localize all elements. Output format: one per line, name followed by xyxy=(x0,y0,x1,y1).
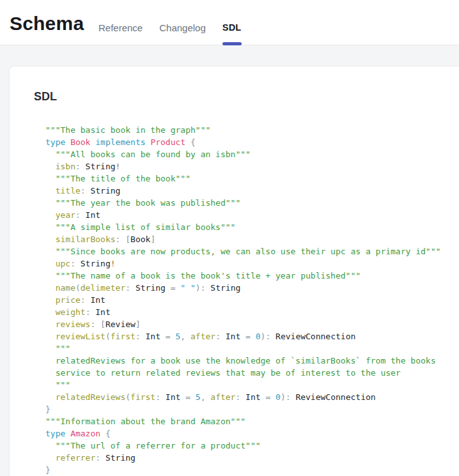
code-line: """ xyxy=(45,342,459,355)
code-line: service to return related reviews that m… xyxy=(45,367,459,379)
code-line: """All books can be found by an isbn""" xyxy=(45,148,459,160)
code-line: upc: String! xyxy=(45,257,459,270)
sdl-card: SDL """The basic book in the graph"""typ… xyxy=(9,66,459,476)
code-line: """The url of a referrer for a product""… xyxy=(45,440,459,452)
code-line: referrer: String xyxy=(45,452,459,464)
code-line: """Information about the brand Amazon""" xyxy=(45,415,459,427)
code-line: name(delimeter: String = " "): String xyxy=(45,282,459,294)
tab-sdl[interactable]: SDL xyxy=(222,22,242,33)
code-line: weight: Int xyxy=(45,306,459,318)
code-line: } xyxy=(45,464,459,476)
code-line: type Book implements Product { xyxy=(45,136,459,148)
code-line: """Since books are now products, we can … xyxy=(45,245,459,257)
card-heading: SDL xyxy=(34,90,459,104)
code-line: """The name of a book is the book's titl… xyxy=(45,270,459,282)
code-line: """The basic book in the graph""" xyxy=(45,124,459,136)
code-line: """The year the book was published""" xyxy=(45,197,459,209)
code-line: """ xyxy=(45,379,459,391)
sdl-code: """The basic book in the graph"""type Bo… xyxy=(45,124,459,476)
tabs: ReferenceChangelogSDL xyxy=(98,22,241,33)
tab-changelog[interactable]: Changelog xyxy=(159,22,206,33)
page-title: Schema xyxy=(10,13,84,35)
code-line: year: Int xyxy=(45,209,459,221)
code-line: price: Int xyxy=(45,294,459,306)
code-line: """The title of the book""" xyxy=(45,173,459,185)
tab-reference[interactable]: Reference xyxy=(98,22,143,33)
code-line: relatedReviews for a book use the knowle… xyxy=(45,355,459,367)
code-line: reviews: [Review] xyxy=(45,318,459,330)
code-line: isbn: String! xyxy=(45,160,459,173)
code-line: similarBooks: [Book] xyxy=(45,233,459,245)
code-line: } xyxy=(45,403,459,415)
code-line: """A simple list of similar books""" xyxy=(45,221,459,233)
code-line: relatedReviews(first: Int = 5, after: In… xyxy=(45,391,459,403)
code-line: type Amazon { xyxy=(45,427,459,440)
code-line: reviewList(first: Int = 5, after: Int = … xyxy=(45,330,459,342)
code-line: title: String xyxy=(45,185,459,197)
page-header: Schema ReferenceChangelogSDL xyxy=(0,0,459,45)
